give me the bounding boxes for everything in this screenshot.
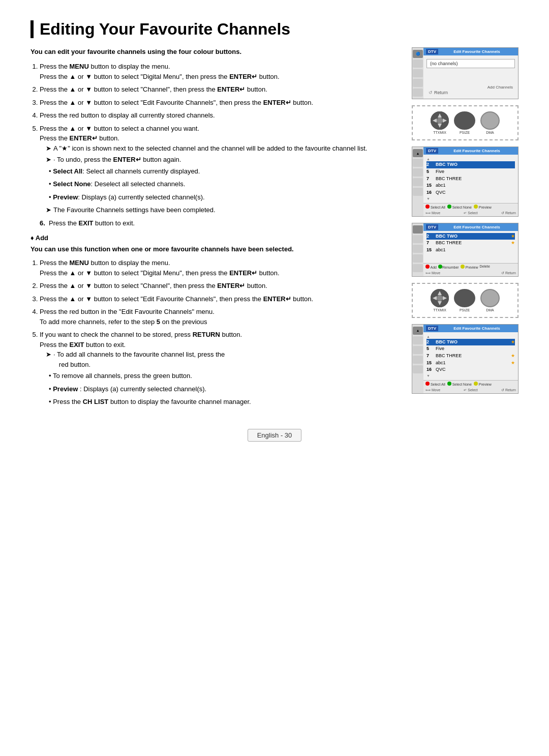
tv-icon-6d — [413, 356, 423, 364]
ch4-bbc2: 2BBC TWO★ — [426, 233, 515, 240]
tv-panel-4: DTV Edit Favourite Channels 2BBC TWO★ 7B… — [412, 223, 518, 277]
tv-icon-2 — [413, 60, 423, 68]
channel-row-qvc: 16QVC — [426, 189, 515, 196]
left-column: You can edit your favourite channels usi… — [30, 47, 400, 411]
step-4: Press the red button to display all curr… — [40, 110, 400, 121]
dtv-label-4: DTV — [426, 224, 438, 230]
panel-title-4: Edit Favourite Channels — [438, 225, 515, 229]
remote-group-dpad2: TTXMIX — [431, 289, 449, 312]
bullet-2: Select None: Deselect all selected chann… — [49, 179, 400, 189]
ch6-bbc3: 7BBC THREE★ — [426, 353, 515, 360]
add-bullet-3: Press the CH LIST button to display the … — [49, 397, 400, 407]
tv-icon-3b — [413, 159, 423, 167]
tv-icon-4 — [413, 79, 423, 87]
tv-icon-3 — [413, 69, 423, 77]
tv-icon-6c — [413, 346, 423, 354]
step-6: 6. Press the EXIT button to exit. — [40, 219, 400, 227]
panel-4-nav: ⟺ Move↺ Return — [423, 270, 518, 276]
dtv-label-1: DTV — [426, 49, 438, 54]
no-channels: (no channels) — [426, 59, 515, 68]
add-desc: You can use this function when one or mo… — [30, 245, 400, 254]
remote-label-ttxmix2: TTXMIX — [433, 308, 446, 312]
tv-icon-4d — [413, 254, 423, 263]
add-section: ♦ Add You can use this function when one… — [30, 234, 400, 407]
chevron-2: ➤ · To undo, press the ENTER↵ button aga… — [46, 155, 400, 165]
ch4-bbc3: 7BBC THREE★ — [426, 240, 515, 247]
channel-row-abc1: 15abc1 — [426, 182, 515, 189]
panel-6-nav: ⟺ Move↵ Select↺ Return — [423, 387, 518, 393]
channel-row-bbc3: 7BBC THREE — [426, 176, 515, 183]
svg-point-12 — [437, 295, 443, 301]
return-label-1: ↺ Return — [426, 90, 515, 96]
page-container: Editing Your Favourite Channels You can … — [30, 20, 518, 439]
step-1: Press the MENU button to display the men… — [40, 62, 400, 81]
footer: English - 30 — [30, 431, 518, 439]
remote-group-psize: PSIZE — [454, 111, 475, 134]
channel-row-bbc2: 2BBC TWO — [426, 161, 515, 168]
right-column: 🔵 DTV Edit Favourite Channels (no channe… — [412, 47, 518, 395]
panel-6-footer: Select All Select None Preview — [423, 380, 518, 387]
add-step-2: Press the ▲ or ▼ button to select "Chann… — [40, 281, 400, 291]
intro-paragraph: You can edit your favourite channels usi… — [30, 47, 400, 56]
ch6-qvc: 16QVC — [426, 366, 515, 373]
add-step-5: If you want to check the channel to be s… — [40, 330, 400, 407]
tv-icon-6a: ▲ — [413, 327, 423, 335]
tv-panel-6: ▲ DTV Edit Favourite Channels ▲ — [412, 324, 518, 394]
remote-group-dpad: TTXMIX — [431, 111, 449, 134]
d-pad-2 — [431, 289, 449, 307]
tv-panel-3: ▲ DTV Edit Favourite Channels ▲ — [412, 147, 518, 216]
ch6-bbc2: 2BBC TWO★ — [426, 339, 515, 346]
add-step-1: Press the MENU button to display the men… — [40, 258, 400, 278]
step-2: Press the ▲ or ▼ button to select "Chann… — [40, 84, 400, 95]
step-3: Press the ▲ or ▼ button to select "Edit … — [40, 98, 400, 108]
tv-icon-4b — [413, 235, 423, 243]
chevron-3: ➤ The Favourite Channels settings have b… — [46, 205, 400, 215]
dtv-label-3: DTV — [426, 148, 438, 154]
page-title: Editing Your Favourite Channels — [30, 20, 518, 38]
ch6-abc1: 15abc1★ — [426, 360, 515, 367]
bullet-1: Select All: Select all channels currentl… — [49, 166, 400, 177]
tv-icon-6b — [413, 336, 423, 344]
tv-icon-3e — [413, 188, 423, 196]
tv-icon-3a: ▲ — [413, 149, 423, 157]
panel-title-6: Edit Favourite Channels — [438, 326, 515, 331]
ch6-five: 5Five — [426, 345, 515, 353]
remote-label-psize: PSIZE — [460, 131, 470, 134]
svg-point-5 — [437, 118, 443, 124]
add-bullet-1: To remove all channels, press the green … — [49, 371, 400, 381]
page-number: English - 30 — [248, 429, 302, 442]
chevron-1: ➤ A "★" icon is shown next to the select… — [46, 143, 400, 154]
remote-label-dma: DMA — [486, 131, 494, 134]
add-title: ♦ Add — [30, 234, 400, 242]
channel-row-five: 5Five — [426, 168, 515, 176]
tv-panel-1: 🔵 DTV Edit Favourite Channels (no channe… — [412, 47, 518, 99]
tv-icon-5 — [413, 89, 423, 97]
remote-label-ttxmix: TTXMIX — [433, 131, 446, 134]
tv-icon-4c — [413, 245, 423, 253]
d-pad — [431, 111, 449, 130]
tv-icon-4e — [413, 264, 423, 272]
tv-icon-1: 🔵 — [413, 50, 423, 58]
steps-list-1: Press the MENU button to display the men… — [40, 62, 400, 215]
tv-icon-4a — [413, 225, 423, 234]
tv-icon-3c — [413, 168, 423, 177]
bullet-list-1: Select All: Select all channels currentl… — [49, 166, 400, 202]
dtv-label-6: DTV — [426, 326, 438, 331]
remote-box-1: TTXMIX PSIZE DMA — [412, 105, 518, 140]
svg-point-6 — [454, 112, 475, 129]
add-step-3: Press the ▲ or ▼ button to select "Edit … — [40, 294, 400, 304]
remote-label-dma2: DMA — [486, 308, 494, 312]
add-channels-label: Add Channels — [426, 85, 515, 90]
bullet-3: Preview: Displays (a) currently selected… — [49, 192, 400, 202]
remote-group-dma: DMA — [480, 111, 500, 134]
remote-label-psize2: PSIZE — [460, 308, 470, 312]
add-step-4: Press the red button in the "Edit Favour… — [40, 307, 400, 327]
ch4-abc1: 15abc1 — [426, 247, 515, 254]
panel-title-1: Edit Favourite Channels — [438, 49, 515, 54]
tv-icon-6e — [413, 365, 423, 373]
panel-3-footer: Select All Select None Preview — [423, 203, 518, 210]
add-chevron-1: ➤ · To add all channels to the favourite… — [46, 350, 400, 369]
remote-group-psize2: PSIZE — [454, 289, 475, 312]
panel-3-nav: ⟺ Move↵ Select↺ Return — [423, 210, 518, 216]
add-bullet-2: Preview : Displays (a) currently selecte… — [49, 384, 400, 394]
